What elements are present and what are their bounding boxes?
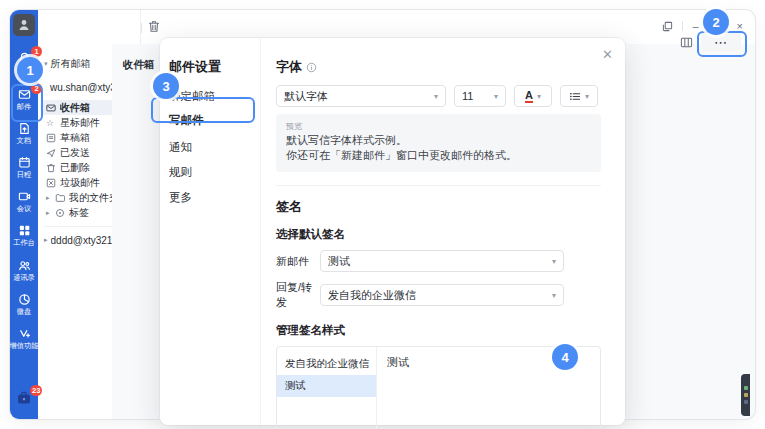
- signature-preview-text: 测试: [387, 356, 409, 368]
- chevron-down-icon: ▾: [537, 92, 541, 101]
- chevron-down-icon: ▾: [494, 92, 498, 101]
- font-preview-box: 预览 默认写信字体样式示例。 你还可在「新建邮件」窗口中更改邮件的格式。: [276, 114, 601, 172]
- info-icon[interactable]: [306, 62, 317, 73]
- grid-icon: [18, 224, 31, 237]
- nav-item-more[interactable]: 更多: [169, 190, 192, 205]
- font-family-select[interactable]: 默认字体 ▾: [276, 85, 446, 107]
- widget-dot: [744, 386, 748, 390]
- inbox-icon: [46, 103, 57, 113]
- chevron-down-icon: ▾: [434, 92, 438, 101]
- modal-close-button[interactable]: ✕: [602, 47, 613, 62]
- reply-label: 回复/转发: [276, 280, 320, 310]
- rail-item-drive[interactable]: 微盘: [10, 293, 38, 316]
- toolbar-divider: [141, 23, 142, 33]
- document-icon: [18, 122, 31, 135]
- font-family-value: 默认字体: [284, 89, 328, 104]
- manage-signature-heading: 管理签名样式: [276, 323, 601, 338]
- close-icon: ✕: [602, 47, 613, 62]
- rail-item-label: 日程: [17, 170, 31, 178]
- step-badge-1: 1: [17, 57, 43, 83]
- nav-item-notifications[interactable]: 通知: [169, 140, 192, 155]
- font-section-heading: 字体: [276, 58, 601, 76]
- docked-sidebar-widget[interactable]: [741, 374, 750, 416]
- folder-icon: [55, 193, 66, 203]
- reply-signature-select[interactable]: 发自我的企业微信 ▾: [320, 284, 564, 306]
- mail-list-header: 收件箱: [123, 58, 155, 72]
- rail-item-meeting[interactable]: 会议: [10, 190, 38, 213]
- rail-item-label: 增值功能: [10, 341, 39, 349]
- font-heading-label: 字体: [276, 58, 302, 76]
- font-color-button[interactable]: A ▾: [514, 85, 552, 107]
- chevron-right-icon[interactable]: ▸: [46, 209, 52, 217]
- signature-section-heading: 签名: [276, 198, 601, 216]
- new-mail-signature-select[interactable]: 测试 ▾: [320, 250, 564, 272]
- rail-item-calendar[interactable]: 日程: [10, 156, 38, 179]
- signature-list: 发自我的企业微信 测试: [277, 347, 377, 429]
- minimize-icon[interactable]: –: [692, 20, 698, 32]
- trash-icon: [46, 163, 57, 173]
- reply-signature-value: 发自我的企业微信: [328, 288, 416, 303]
- list-style-button[interactable]: ▾: [560, 85, 598, 107]
- rail-item-label: 邮件: [17, 102, 31, 110]
- font-size-value: 11: [462, 90, 473, 102]
- rail-item-contacts[interactable]: 通讯录: [10, 259, 38, 282]
- widget-dot: [744, 393, 748, 397]
- font-controls: 默认字体 ▾ 11 ▾ A ▾ ▾: [276, 85, 601, 107]
- nav-item-compose[interactable]: 写邮件: [169, 113, 204, 128]
- chevron-down-icon: ▾: [552, 291, 556, 300]
- new-mail-signature-row: 新邮件 测试 ▾: [276, 250, 601, 272]
- new-mail-signature-value: 测试: [328, 254, 350, 269]
- app-screenshot: 1 邮件 2 文档 日程 会议 工作台: [0, 0, 765, 429]
- choose-signature-heading: 选择默认签名: [276, 227, 601, 242]
- folder-label: 我的文件夹: [69, 191, 117, 205]
- signature-item[interactable]: 发自我的企业微信: [277, 353, 376, 375]
- rail-item-label: 文档: [17, 136, 31, 144]
- controls-divider: [682, 21, 683, 31]
- section-divider: [276, 185, 601, 186]
- calendar-icon: [18, 156, 31, 169]
- new-mail-label: 新邮件: [276, 254, 320, 269]
- more-icon: ⋯: [714, 35, 728, 50]
- v-plus-icon: [18, 327, 31, 340]
- settings-nav: 邮件设置 绑定邮箱 写邮件 通知 规则 更多: [160, 38, 261, 425]
- drive-icon: [18, 293, 31, 306]
- close-icon[interactable]: ×: [737, 20, 743, 32]
- trash-icon: [148, 20, 160, 33]
- font-size-select[interactable]: 11 ▾: [454, 85, 506, 107]
- avatar[interactable]: [13, 14, 35, 36]
- contacts-icon: [18, 259, 31, 272]
- more-button[interactable]: ⋯: [701, 33, 741, 51]
- tag-icon: [55, 208, 66, 218]
- modal-title: 邮件设置: [169, 58, 221, 76]
- rail-item-workbench[interactable]: 工作台: [10, 224, 38, 247]
- nav-item-rules[interactable]: 规则: [169, 165, 192, 180]
- step-badge-3: 3: [153, 73, 179, 99]
- rail-item-label: 会议: [17, 204, 31, 212]
- signature-item-selected[interactable]: 测试: [277, 375, 376, 397]
- mail-unread-badge: 2: [31, 83, 42, 94]
- mail-settings-modal: ✕ 邮件设置 绑定邮箱 写邮件 通知 规则 更多 字体 默认字体 ▾: [160, 38, 625, 425]
- chevron-down-icon: ▾: [552, 257, 556, 266]
- rail-item-value-added[interactable]: 增值功能: [10, 327, 38, 350]
- account-label: dddd@xty321....: [51, 235, 118, 246]
- app-window: 1 邮件 2 文档 日程 会议 工作台: [10, 10, 755, 419]
- font-color-glyph: A: [525, 89, 533, 103]
- rail-item-label: 通讯录: [13, 273, 35, 281]
- rail-item-label: 工作台: [13, 238, 35, 246]
- delete-button[interactable]: [148, 20, 160, 33]
- preview-label: 预览: [286, 121, 576, 132]
- step-badge-2: 2: [703, 9, 729, 35]
- reply-signature-row: 回复/转发 发自我的企业微信 ▾: [276, 280, 601, 310]
- send-icon: [46, 148, 57, 158]
- layout-columns-icon[interactable]: [680, 36, 693, 49]
- chevron-down-icon[interactable]: ▾: [44, 60, 48, 68]
- chevron-right-icon[interactable]: ▸: [46, 194, 52, 202]
- draft-icon: [46, 133, 57, 143]
- rail-item-docs[interactable]: 文档: [10, 122, 38, 145]
- notification-badge: 1: [31, 46, 42, 57]
- star-icon: ☆: [46, 118, 57, 128]
- popout-icon[interactable]: [662, 21, 673, 32]
- chevron-right-icon[interactable]: ▸: [44, 236, 48, 244]
- preview-line-1: 默认写信字体样式示例。: [286, 133, 591, 148]
- rail-item-label: 微盘: [17, 307, 31, 315]
